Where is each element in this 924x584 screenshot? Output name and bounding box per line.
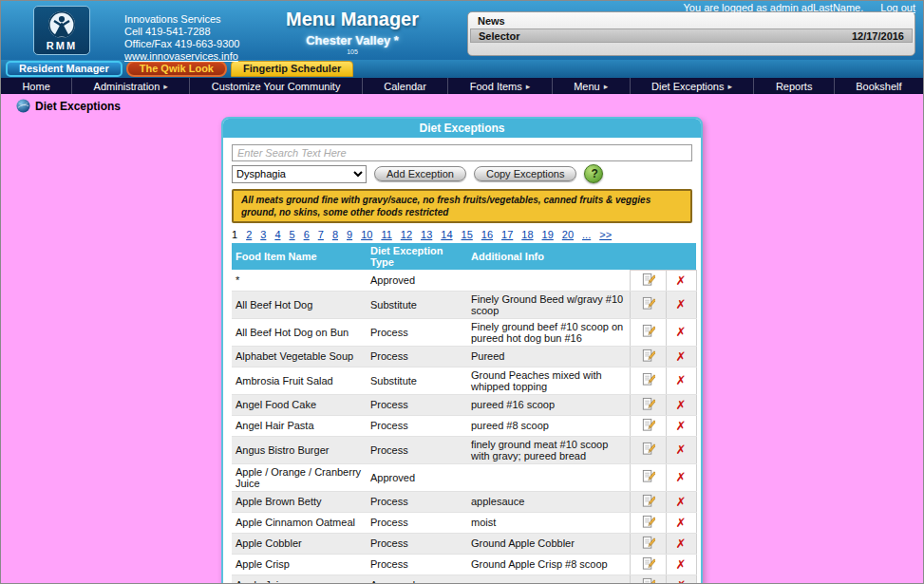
- pagination-page[interactable]: 16: [481, 229, 493, 240]
- pagination-page[interactable]: 5: [290, 229, 295, 240]
- pagination-page-current[interactable]: 1: [232, 229, 237, 240]
- cell-delete: ✗: [666, 346, 696, 367]
- nav-item-bookshelf[interactable]: Bookshelf: [834, 78, 923, 94]
- edit-button[interactable]: [641, 372, 655, 386]
- delete-button[interactable]: ✗: [676, 471, 687, 483]
- nav-item-diet-exceptions[interactable]: Diet Exceptions▸: [630, 78, 754, 94]
- cell-edit: [630, 575, 666, 583]
- pagination-page[interactable]: 14: [441, 229, 452, 240]
- delete-button[interactable]: ✗: [676, 443, 687, 456]
- news-selector-date: 12/17/2016: [852, 30, 904, 42]
- edit-icon: [641, 556, 655, 571]
- pagination-page[interactable]: 19: [542, 229, 554, 240]
- nav-item-customize-your-community[interactable]: Customize Your Community: [189, 78, 362, 94]
- pagination-page[interactable]: 6: [304, 229, 310, 240]
- edit-button[interactable]: [641, 494, 655, 508]
- pagination-page[interactable]: 10: [361, 229, 372, 240]
- delete-button[interactable]: ✗: [676, 326, 687, 338]
- edit-icon: [641, 536, 655, 550]
- nav-item-food-items[interactable]: Food Items▸: [447, 78, 551, 94]
- cell-additional-info: pureed #8 scoop: [467, 415, 630, 436]
- delete-button[interactable]: ✗: [676, 374, 687, 386]
- cell-diet-exception-type: Process: [367, 554, 467, 575]
- pagination-page[interactable]: 11: [381, 229, 391, 240]
- cell-additional-info: Ground Apple Crisp #8 scoop: [467, 554, 630, 575]
- logged-in-text: You are logged as admin adLastName.: [684, 2, 864, 13]
- delete-button[interactable]: ✗: [676, 517, 687, 529]
- tab-resident-manager[interactable]: Resident Manager: [6, 61, 123, 77]
- edit-icon: [641, 442, 655, 456]
- pagination-page[interactable]: 15: [462, 229, 473, 240]
- pagination-page[interactable]: 13: [421, 229, 432, 240]
- nav-item-calendar[interactable]: Calendar: [362, 78, 447, 94]
- nav-item-home[interactable]: Home: [1, 78, 71, 94]
- edit-button[interactable]: [641, 397, 655, 411]
- nav-item-label: Customize Your Community: [212, 81, 341, 92]
- pagination-page[interactable]: 17: [501, 229, 513, 240]
- pagination-ellipsis[interactable]: ...: [582, 229, 591, 240]
- edit-button[interactable]: [641, 296, 655, 311]
- pagination-page[interactable]: 2: [246, 229, 252, 240]
- nav-item-label: Bookshelf: [856, 81, 901, 92]
- edit-button[interactable]: [641, 556, 655, 571]
- cell-edit: [630, 533, 666, 554]
- diet-type-select[interactable]: Dysphagia: [232, 165, 367, 183]
- table-row: All Beef Hot DogSubstituteFinely Ground …: [232, 291, 696, 318]
- pagination-page[interactable]: 18: [521, 229, 533, 240]
- delete-button[interactable]: ✗: [676, 558, 687, 571]
- delete-button[interactable]: ✗: [676, 496, 687, 508]
- add-exception-button[interactable]: Add Exception: [374, 166, 466, 181]
- delete-button[interactable]: ✗: [676, 274, 687, 287]
- edit-button[interactable]: [641, 273, 655, 287]
- logout-link[interactable]: Log out: [880, 2, 915, 13]
- delete-button[interactable]: ✗: [676, 399, 687, 411]
- cell-diet-exception-type: Approved: [367, 463, 467, 491]
- help-button[interactable]: ?: [584, 164, 603, 183]
- nav-item-administration[interactable]: Administration▸: [71, 78, 189, 94]
- table-row: Apple CobblerProcessGround Apple Cobbler…: [232, 533, 696, 554]
- cell-additional-info: Finely Ground Beed w/gravy #10 scoop: [467, 291, 630, 318]
- delete-button[interactable]: ✗: [676, 579, 687, 584]
- edit-button[interactable]: [641, 536, 655, 550]
- edit-button[interactable]: [641, 577, 655, 584]
- company-website-link[interactable]: www.innovaservices.info: [124, 50, 238, 62]
- delete-button[interactable]: ✗: [676, 298, 687, 311]
- news-selector-row[interactable]: Selector 12/17/2016: [470, 28, 913, 43]
- copy-exceptions-button[interactable]: Copy Exceptions: [474, 166, 577, 181]
- edit-button[interactable]: [641, 469, 655, 483]
- pagination-next[interactable]: >>: [599, 229, 612, 240]
- pagination-page[interactable]: 12: [401, 229, 412, 240]
- nav-item-reports[interactable]: Reports: [753, 78, 833, 94]
- cell-diet-exception-type: Process: [367, 533, 467, 554]
- pagination-page[interactable]: 7: [318, 229, 324, 240]
- delete-button[interactable]: ✗: [676, 420, 687, 432]
- edit-icon: [641, 494, 655, 508]
- delete-button[interactable]: ✗: [676, 350, 687, 363]
- edit-button[interactable]: [641, 442, 655, 456]
- cell-food-item-name: Angus Bistro Burger: [232, 436, 367, 463]
- nav-item-label: Reports: [776, 81, 813, 92]
- edit-button[interactable]: [641, 515, 655, 529]
- tab-qwik-look[interactable]: The Qwik Look: [126, 61, 227, 77]
- cell-additional-info: finely ground meat #10 scoop with gravy;…: [467, 436, 630, 463]
- delete-button[interactable]: ✗: [676, 537, 687, 550]
- pagination-page[interactable]: 8: [332, 229, 338, 240]
- pagination-page[interactable]: 9: [347, 229, 352, 240]
- edit-button[interactable]: [641, 349, 655, 363]
- nav-item-menu[interactable]: Menu▸: [552, 78, 630, 94]
- pagination-page[interactable]: 4: [274, 229, 280, 240]
- cell-delete: ✗: [666, 318, 696, 346]
- edit-button[interactable]: [641, 418, 655, 432]
- pagination-page[interactable]: 3: [260, 229, 266, 240]
- search-input[interactable]: [232, 144, 692, 161]
- rmm-logo: RMM: [33, 6, 90, 55]
- cell-delete: ✗: [666, 270, 696, 291]
- pagination-page[interactable]: 20: [562, 229, 574, 240]
- cell-delete: ✗: [666, 463, 696, 491]
- table-row: Angel Hair PastaProcesspureed #8 scoop✗: [232, 415, 696, 436]
- table-row: Apple JuiceApproved✗: [232, 575, 696, 583]
- tab-fingertip-scheduler[interactable]: Fingertip Scheduler: [231, 61, 353, 77]
- edit-icon: [641, 273, 655, 287]
- submenu-arrow-icon: ▸: [604, 82, 609, 91]
- edit-button[interactable]: [641, 324, 655, 338]
